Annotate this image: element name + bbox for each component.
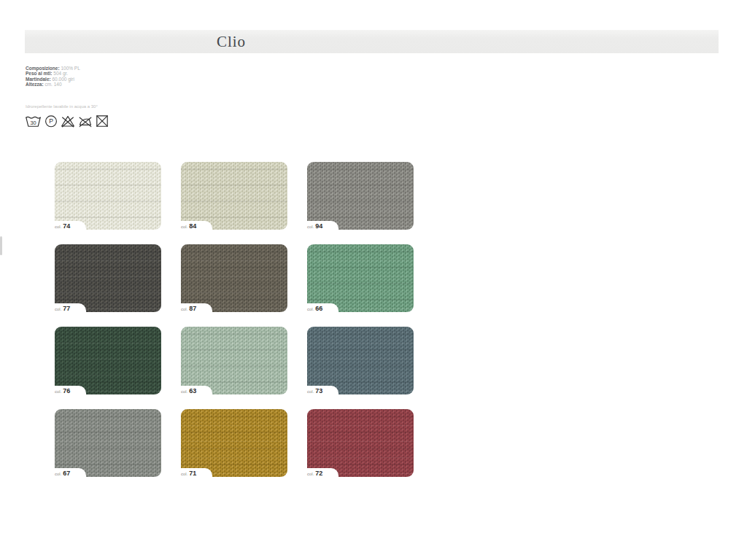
swatch-label: col. 73 bbox=[306, 386, 338, 395]
wash-30-icon: 30 bbox=[25, 114, 42, 128]
svg-text:30: 30 bbox=[30, 120, 36, 126]
swatch-color-code: 74 bbox=[63, 223, 70, 230]
swatch-label: col. 87 bbox=[180, 303, 212, 313]
specs-list: Composizione: 100% PL Peso al mtl: 504 g… bbox=[26, 66, 80, 87]
spec-row: Peso al mtl: 504 gr. bbox=[26, 71, 80, 76]
fabric-swatch[interactable]: col. 87 bbox=[181, 244, 287, 312]
spec-label: Composizione: bbox=[26, 66, 60, 71]
fabric-swatch[interactable]: col. 72 bbox=[307, 409, 414, 477]
care-icons-row: 30 P bbox=[25, 114, 109, 128]
swatch-label-prefix: col. bbox=[55, 224, 61, 230]
swatch-color-code: 63 bbox=[189, 388, 196, 394]
fabric-swatch[interactable]: col. 67 bbox=[55, 409, 161, 477]
swatch-label: col. 94 bbox=[306, 221, 338, 230]
header-bar: Clio bbox=[25, 30, 719, 53]
swatch-label: col. 67 bbox=[54, 468, 86, 478]
svg-text:P: P bbox=[49, 117, 53, 125]
swatch-label: col. 74 bbox=[54, 221, 86, 230]
swatch-label: col. 77 bbox=[54, 303, 86, 313]
swatch-label: col. 66 bbox=[306, 303, 338, 313]
swatch-color-code: 67 bbox=[63, 470, 70, 477]
spec-value: 60.000 giri bbox=[52, 77, 74, 82]
fabric-swatch[interactable]: col. 66 bbox=[307, 244, 414, 312]
swatch-label: col. 63 bbox=[180, 386, 212, 395]
spec-value: 100% PL bbox=[61, 66, 80, 71]
swatch-label-prefix: col. bbox=[55, 389, 61, 394]
spec-label: Peso al mtl: bbox=[26, 71, 52, 76]
swatch-color-code: 72 bbox=[315, 470, 322, 477]
fabric-swatch[interactable]: col. 77 bbox=[55, 244, 161, 312]
fabric-swatch[interactable]: col. 73 bbox=[307, 327, 414, 394]
swatch-label-prefix: col. bbox=[307, 224, 314, 230]
spec-value: cm. 140 bbox=[44, 82, 61, 87]
swatch-label-prefix: col. bbox=[307, 471, 314, 477]
fabric-swatch[interactable]: col. 74 bbox=[55, 162, 161, 230]
no-bleach-icon bbox=[61, 114, 75, 128]
swatch-color-code: 94 bbox=[315, 223, 322, 230]
spec-row: Composizione: 100% PL bbox=[26, 66, 80, 71]
no-tumble-dry-icon bbox=[96, 114, 109, 128]
page-title: Clio bbox=[217, 30, 246, 53]
spec-row: Altezza: cm. 140 bbox=[26, 82, 80, 87]
swatch-label-prefix: col. bbox=[55, 471, 61, 477]
spec-label: Altezza: bbox=[26, 82, 44, 87]
swatch-label: col. 84 bbox=[180, 221, 212, 230]
swatch-label-prefix: col. bbox=[307, 306, 314, 312]
swatch-label-prefix: col. bbox=[181, 306, 187, 312]
swatch-label: col. 76 bbox=[54, 386, 86, 395]
swatch-label-prefix: col. bbox=[181, 471, 187, 477]
swatch-color-code: 87 bbox=[189, 306, 196, 312]
swatch-color-code: 73 bbox=[315, 388, 322, 394]
spec-value: 504 gr. bbox=[53, 71, 68, 76]
swatch-label: col. 71 bbox=[180, 468, 212, 478]
left-edge-scrollbar[interactable] bbox=[0, 236, 2, 255]
fabric-swatch[interactable]: col. 71 bbox=[181, 409, 287, 477]
swatch-label-prefix: col. bbox=[55, 306, 61, 312]
water-repellent-note: Idrorepellente lavabile in acqua a 30° bbox=[26, 104, 98, 109]
swatch-label-prefix: col. bbox=[181, 224, 187, 230]
swatch-color-code: 66 bbox=[315, 306, 322, 312]
swatch-color-code: 71 bbox=[189, 470, 196, 477]
spec-label: Martindale: bbox=[26, 77, 51, 82]
fabric-swatch[interactable]: col. 84 bbox=[181, 162, 287, 230]
swatch-color-code: 84 bbox=[189, 223, 196, 230]
swatch-color-code: 77 bbox=[63, 306, 70, 312]
no-iron-icon bbox=[78, 114, 93, 128]
swatch-label-prefix: col. bbox=[181, 389, 187, 394]
swatch-label: col. 72 bbox=[306, 468, 338, 478]
fabric-swatch[interactable]: col. 94 bbox=[307, 162, 414, 230]
fabric-swatch[interactable]: col. 76 bbox=[55, 327, 161, 394]
spec-row: Martindale: 60.000 giri bbox=[26, 77, 80, 82]
swatch-color-code: 76 bbox=[63, 388, 70, 394]
swatch-grid: col. 74 col. 84 col. 94 col. 77 col. 87 … bbox=[55, 162, 414, 477]
fabric-swatch[interactable]: col. 63 bbox=[181, 327, 287, 394]
dry-clean-p-icon: P bbox=[44, 114, 58, 128]
swatch-label-prefix: col. bbox=[307, 389, 314, 394]
